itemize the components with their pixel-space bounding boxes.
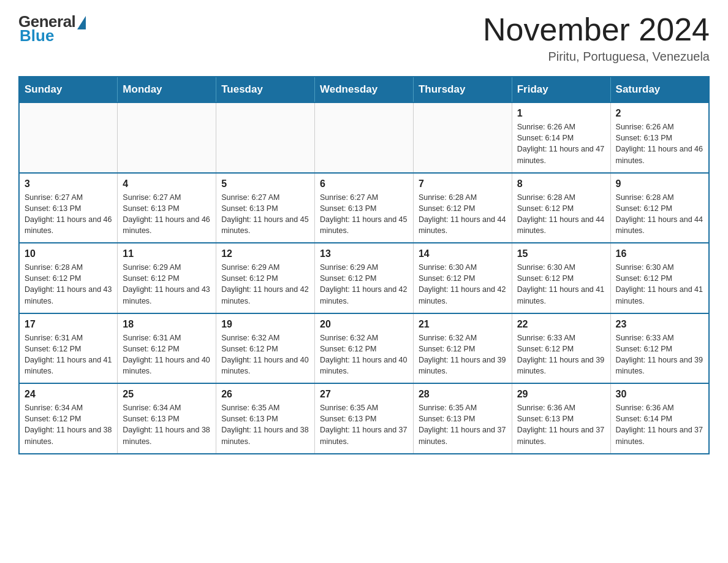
calendar-cell: 30Sunrise: 6:36 AMSunset: 6:14 PMDayligh… [610, 383, 709, 454]
day-info: Sunrise: 6:35 AMSunset: 6:13 PMDaylight:… [419, 402, 507, 447]
calendar-cell: 29Sunrise: 6:36 AMSunset: 6:13 PMDayligh… [512, 383, 610, 454]
day-number: 30 [616, 389, 703, 400]
calendar-cell: 16Sunrise: 6:30 AMSunset: 6:12 PMDayligh… [610, 243, 709, 313]
day-info: Sunrise: 6:28 AMSunset: 6:12 PMDaylight:… [419, 192, 507, 237]
day-info: Sunrise: 6:36 AMSunset: 6:13 PMDaylight:… [517, 402, 605, 447]
day-info: Sunrise: 6:34 AMSunset: 6:12 PMDaylight:… [25, 402, 112, 447]
calendar-table: SundayMondayTuesdayWednesdayThursdayFrid… [18, 76, 710, 454]
day-number: 2 [616, 108, 703, 119]
calendar-cell: 15Sunrise: 6:30 AMSunset: 6:12 PMDayligh… [512, 243, 610, 313]
weekday-header-row: SundayMondayTuesdayWednesdayThursdayFrid… [19, 77, 709, 102]
day-info: Sunrise: 6:35 AMSunset: 6:13 PMDaylight:… [221, 402, 309, 447]
calendar-cell: 3Sunrise: 6:27 AMSunset: 6:13 PMDaylight… [19, 173, 118, 243]
day-number: 5 [221, 178, 309, 190]
calendar-week-row: 3Sunrise: 6:27 AMSunset: 6:13 PMDaylight… [19, 173, 709, 243]
calendar-cell: 1Sunrise: 6:26 AMSunset: 6:14 PMDaylight… [512, 102, 610, 173]
day-number: 18 [123, 319, 211, 330]
day-number: 3 [25, 178, 112, 190]
day-info: Sunrise: 6:30 AMSunset: 6:12 PMDaylight:… [419, 262, 507, 307]
calendar-week-row: 1Sunrise: 6:26 AMSunset: 6:14 PMDaylight… [19, 102, 709, 173]
calendar-cell: 23Sunrise: 6:33 AMSunset: 6:12 PMDayligh… [610, 313, 709, 384]
day-info: Sunrise: 6:32 AMSunset: 6:12 PMDaylight:… [221, 332, 309, 377]
day-number: 20 [320, 319, 408, 330]
day-number: 24 [25, 389, 112, 400]
day-number: 12 [221, 248, 309, 259]
day-number: 19 [221, 319, 309, 330]
calendar-cell [118, 102, 216, 173]
weekday-header-friday: Friday [512, 77, 610, 102]
day-info: Sunrise: 6:26 AMSunset: 6:14 PMDaylight:… [517, 121, 605, 166]
day-info: Sunrise: 6:32 AMSunset: 6:12 PMDaylight:… [419, 332, 507, 377]
day-info: Sunrise: 6:27 AMSunset: 6:13 PMDaylight:… [221, 192, 309, 237]
calendar-week-row: 24Sunrise: 6:34 AMSunset: 6:12 PMDayligh… [19, 383, 709, 454]
day-info: Sunrise: 6:29 AMSunset: 6:12 PMDaylight:… [320, 262, 408, 307]
weekday-header-monday: Monday [118, 77, 216, 102]
calendar-cell: 9Sunrise: 6:28 AMSunset: 6:12 PMDaylight… [610, 173, 709, 243]
calendar-cell [413, 102, 512, 173]
calendar-cell: 4Sunrise: 6:27 AMSunset: 6:13 PMDaylight… [118, 173, 216, 243]
weekday-header-thursday: Thursday [413, 77, 512, 102]
day-info: Sunrise: 6:31 AMSunset: 6:12 PMDaylight:… [25, 332, 112, 377]
day-info: Sunrise: 6:30 AMSunset: 6:12 PMDaylight:… [616, 262, 703, 307]
day-number: 22 [517, 319, 605, 330]
calendar-cell: 18Sunrise: 6:31 AMSunset: 6:12 PMDayligh… [118, 313, 216, 384]
day-info: Sunrise: 6:28 AMSunset: 6:12 PMDaylight:… [616, 192, 703, 237]
calendar-cell: 12Sunrise: 6:29 AMSunset: 6:12 PMDayligh… [216, 243, 315, 313]
calendar-cell [216, 102, 315, 173]
day-number: 4 [123, 178, 211, 190]
day-number: 7 [419, 178, 507, 190]
calendar-cell: 13Sunrise: 6:29 AMSunset: 6:12 PMDayligh… [315, 243, 414, 313]
day-info: Sunrise: 6:28 AMSunset: 6:12 PMDaylight:… [517, 192, 605, 237]
calendar-subtitle: Piritu, Portuguesa, Venezuela [483, 50, 710, 64]
day-number: 15 [517, 248, 605, 259]
calendar-cell: 14Sunrise: 6:30 AMSunset: 6:12 PMDayligh… [413, 243, 512, 313]
page-header: General Blue November 2024 Piritu, Portu… [18, 12, 710, 64]
weekday-header-saturday: Saturday [610, 77, 709, 102]
calendar-cell: 6Sunrise: 6:27 AMSunset: 6:13 PMDaylight… [315, 173, 414, 243]
day-info: Sunrise: 6:28 AMSunset: 6:12 PMDaylight:… [25, 262, 112, 307]
day-info: Sunrise: 6:34 AMSunset: 6:13 PMDaylight:… [123, 402, 211, 447]
day-info: Sunrise: 6:33 AMSunset: 6:12 PMDaylight:… [517, 332, 605, 377]
day-info: Sunrise: 6:26 AMSunset: 6:13 PMDaylight:… [616, 121, 703, 166]
day-number: 13 [320, 248, 408, 259]
calendar-cell: 22Sunrise: 6:33 AMSunset: 6:12 PMDayligh… [512, 313, 610, 384]
calendar-cell: 11Sunrise: 6:29 AMSunset: 6:12 PMDayligh… [118, 243, 216, 313]
day-number: 25 [123, 389, 211, 400]
calendar-cell: 24Sunrise: 6:34 AMSunset: 6:12 PMDayligh… [19, 383, 118, 454]
calendar-week-row: 10Sunrise: 6:28 AMSunset: 6:12 PMDayligh… [19, 243, 709, 313]
day-info: Sunrise: 6:33 AMSunset: 6:12 PMDaylight:… [616, 332, 703, 377]
day-number: 16 [616, 248, 703, 259]
calendar-cell: 21Sunrise: 6:32 AMSunset: 6:12 PMDayligh… [413, 313, 512, 384]
day-number: 29 [517, 389, 605, 400]
calendar-cell: 26Sunrise: 6:35 AMSunset: 6:13 PMDayligh… [216, 383, 315, 454]
day-number: 11 [123, 248, 211, 259]
day-info: Sunrise: 6:31 AMSunset: 6:12 PMDaylight:… [123, 332, 211, 377]
calendar-cell: 17Sunrise: 6:31 AMSunset: 6:12 PMDayligh… [19, 313, 118, 384]
day-number: 14 [419, 248, 507, 259]
day-info: Sunrise: 6:29 AMSunset: 6:12 PMDaylight:… [123, 262, 211, 307]
day-info: Sunrise: 6:29 AMSunset: 6:12 PMDaylight:… [221, 262, 309, 307]
day-info: Sunrise: 6:30 AMSunset: 6:12 PMDaylight:… [517, 262, 605, 307]
calendar-cell: 28Sunrise: 6:35 AMSunset: 6:13 PMDayligh… [413, 383, 512, 454]
logo: General Blue [18, 12, 86, 45]
calendar-cell [315, 102, 414, 173]
day-number: 1 [517, 108, 605, 119]
day-info: Sunrise: 6:27 AMSunset: 6:13 PMDaylight:… [25, 192, 112, 237]
day-number: 6 [320, 178, 408, 190]
day-number: 10 [25, 248, 112, 259]
calendar-cell: 2Sunrise: 6:26 AMSunset: 6:13 PMDaylight… [610, 102, 709, 173]
day-number: 17 [25, 319, 112, 330]
day-number: 23 [616, 319, 703, 330]
day-number: 8 [517, 178, 605, 190]
calendar-cell [19, 102, 118, 173]
day-info: Sunrise: 6:27 AMSunset: 6:13 PMDaylight:… [123, 192, 211, 237]
weekday-header-sunday: Sunday [19, 77, 118, 102]
logo-triangle-icon [77, 16, 86, 29]
calendar-cell: 27Sunrise: 6:35 AMSunset: 6:13 PMDayligh… [315, 383, 414, 454]
day-number: 9 [616, 178, 703, 190]
calendar-cell: 20Sunrise: 6:32 AMSunset: 6:12 PMDayligh… [315, 313, 414, 384]
day-number: 26 [221, 389, 309, 400]
day-info: Sunrise: 6:35 AMSunset: 6:13 PMDaylight:… [320, 402, 408, 447]
calendar-cell: 5Sunrise: 6:27 AMSunset: 6:13 PMDaylight… [216, 173, 315, 243]
logo-blue-text: Blue [20, 26, 54, 45]
